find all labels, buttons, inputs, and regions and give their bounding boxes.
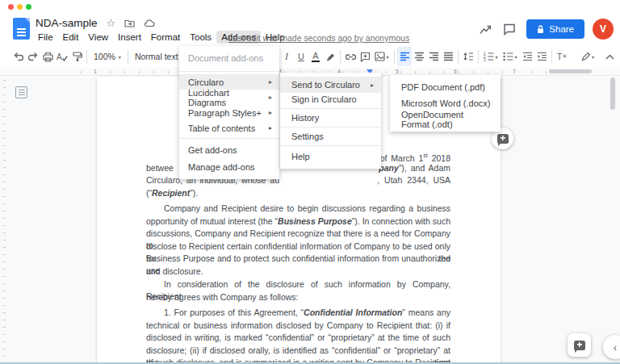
explore-button[interactable] [568, 333, 591, 357]
cloud-saved-icon[interactable] [144, 19, 155, 27]
menu-item-label: Circularo [188, 77, 224, 87]
increase-indent-button[interactable] [534, 47, 549, 66]
menubar-item[interactable]: View [83, 31, 113, 44]
menu-item[interactable]: Settings▸ [280, 130, 381, 146]
ruler-margin-band [549, 69, 592, 73]
dropdown-arrow-icon: ▾ [119, 54, 121, 60]
menubar-item-label: Insert [118, 32, 141, 42]
menu-item-label: History [291, 113, 319, 123]
line-spacing-button[interactable] [461, 47, 475, 66]
google-docs-logo-icon[interactable] [13, 18, 30, 40]
svg-text:A: A [57, 52, 62, 61]
menu-item-label: Table of contents [188, 123, 255, 133]
justify-button[interactable] [441, 47, 455, 66]
insert-image-button[interactable]: ▾ [372, 47, 392, 66]
menu-item[interactable]: Table of contents▸ [179, 120, 279, 136]
menu-item-label: Settings [291, 132, 324, 141]
align-left-button[interactable] [397, 47, 412, 66]
menubar-item[interactable]: Format [146, 31, 185, 44]
last-edit-link[interactable]: Last edit was made seconds ago by anonym… [228, 33, 409, 43]
submenu-arrow-icon: ▸ [269, 94, 272, 101]
decrease-indent-button[interactable] [520, 47, 534, 66]
menu-item[interactable]: Send to Circularo▸ [280, 77, 381, 93]
menu-item[interactable]: Paragraph Styles+▸ [179, 105, 279, 120]
menu-item-label: Lucidchart Diagrams [188, 88, 269, 107]
toolbar-separator [128, 50, 128, 64]
menubar-item-label: File [38, 32, 53, 42]
zoom-value: 100% [94, 52, 115, 61]
dropdown-arrow-icon: ▾ [514, 54, 517, 60]
align-center-button[interactable] [412, 47, 426, 66]
svg-text:3.: 3. [484, 58, 487, 61]
doc-line-fragment: (“Recipient”). [146, 187, 450, 200]
spelling-check-button[interactable]: A [55, 47, 69, 66]
submenu-arrow-icon: ▸ [269, 124, 272, 132]
menubar-item-label: Format [151, 32, 180, 42]
toolbar: A 100% ▾ Normal text ▾ I U A [0, 45, 620, 68]
menubar-item[interactable]: Edit [58, 31, 84, 44]
menu-item[interactable]: Get add-ons [179, 141, 279, 158]
menu-item[interactable]: Lucidchart Diagrams▸ [179, 90, 279, 105]
ruler-number: 6 [452, 69, 459, 75]
minimize-window-button[interactable] [17, 4, 23, 10]
submenu-arrow-icon: ▸ [269, 78, 272, 86]
bulleted-list-button[interactable]: ▾ [501, 47, 520, 66]
collapse-panel-button[interactable]: ‹ [603, 335, 620, 359]
addons-dropdown-menu: Document add-ons Circularo▸Lucidchart Di… [179, 46, 279, 179]
menu-item[interactable]: Microsoft Word (.docx) [390, 95, 501, 111]
menu-item-label: Send to Circularo [291, 80, 360, 90]
circularo-menu-items: Send to Circularo▸Sign in Circularo▸Hist… [280, 77, 381, 165]
menu-item[interactable]: Help▸ [280, 149, 381, 165]
paragraph: Company and Recipient desire to begin di… [146, 203, 450, 278]
text-color-button[interactable]: A [308, 47, 323, 66]
add-comment-button[interactable] [358, 47, 372, 66]
menu-item[interactable]: OpenDocument Format (.odt) [390, 111, 501, 128]
insert-link-button[interactable] [343, 47, 358, 66]
close-window-button[interactable] [8, 4, 14, 10]
menu-item[interactable]: Sign in Circularo▸ [280, 93, 381, 109]
menu-item-label: Sign in Circularo [291, 94, 357, 104]
menu-item-label: OpenDocument Format (.odt) [401, 110, 493, 129]
move-folder-icon[interactable] [124, 19, 135, 27]
account-avatar[interactable]: V [593, 19, 614, 40]
menu-item-label: PDF Document (.pdf) [401, 82, 485, 92]
print-button[interactable] [40, 47, 55, 66]
toolbar-separator [340, 50, 341, 64]
numbered-list-button[interactable]: 1.2.3. ▾ [481, 47, 501, 66]
menu-item[interactable]: PDF Document (.pdf) [390, 79, 501, 95]
document-title[interactable]: NDA-sample [36, 17, 98, 29]
share-button[interactable]: Share [526, 19, 584, 39]
menu-item-label: Get add-ons [188, 145, 237, 155]
vertical-scrollbar-thumb[interactable] [610, 77, 615, 110]
google-docs-window: NDA-sample ☆ FileEditViewInsertFormatToo… [0, 0, 620, 364]
underline-button[interactable]: U [294, 47, 308, 66]
fullscreen-window-button[interactable] [26, 4, 31, 10]
document-stats-icon[interactable] [473, 23, 497, 36]
menu-item-label: Manage add-ons [188, 162, 255, 172]
highlight-color-button[interactable] [323, 47, 337, 66]
zoom-select[interactable]: 100% ▾ [90, 52, 125, 61]
menu-item[interactable]: Manage add-ons [179, 158, 279, 175]
star-icon[interactable]: ☆ [107, 18, 116, 28]
menubar-item[interactable]: Insert [113, 31, 146, 44]
undo-button[interactable] [11, 47, 26, 66]
menubar-item-label: Edit [63, 32, 79, 42]
align-right-button[interactable] [426, 47, 441, 66]
ruler-number: 5 [394, 69, 400, 75]
menubar-item[interactable]: File [33, 31, 58, 44]
toolbar-separator [478, 50, 479, 64]
paint-format-button[interactable] [69, 47, 84, 66]
addons-menu-footer-items: Get add-onsManage add-ons [179, 141, 279, 175]
editing-mode-button[interactable]: ▾ [578, 47, 597, 66]
menubar-item[interactable]: Tools [185, 31, 216, 44]
document-outline-icon[interactable] [15, 86, 27, 98]
menu-separator [179, 71, 279, 72]
ruler-number: 1 [92, 69, 98, 75]
menu-item[interactable]: History▸ [280, 111, 381, 128]
italic-button[interactable]: I [279, 47, 294, 66]
hide-menus-button[interactable] [602, 47, 617, 66]
toolbar-separator [551, 50, 552, 64]
clear-formatting-button[interactable]: T✕ [555, 47, 569, 66]
comments-icon[interactable] [497, 23, 522, 36]
redo-button[interactable] [26, 47, 40, 66]
